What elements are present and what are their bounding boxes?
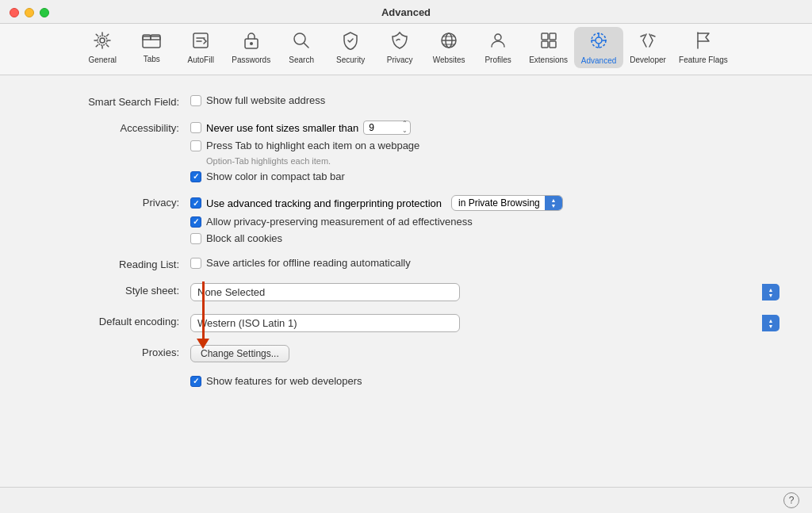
tracking-checkbox[interactable]	[190, 197, 201, 209]
block-cookies-checkbox[interactable]	[190, 233, 201, 244]
privacy-controls: Use advanced tracking and fingerprinting…	[190, 195, 780, 244]
font-size-row: Never use font sizes smaller than 910111…	[190, 121, 780, 135]
toolbar-item-extensions[interactable]: Extensions	[523, 28, 574, 67]
autofill-icon	[191, 31, 210, 53]
developer-icon	[638, 31, 657, 53]
save-articles-row: Save articles for offline reading automa…	[190, 257, 780, 269]
style-sheet-row: Style sheet: None Selected ▲ ▼	[32, 283, 780, 301]
extensions-icon	[539, 31, 558, 53]
svg-line-22	[641, 35, 645, 36]
toolbar-item-websites[interactable]: Websites	[424, 28, 473, 67]
svg-point-15	[495, 34, 501, 40]
toolbar-label-profiles: Profiles	[485, 56, 511, 64]
press-tab-checkbox[interactable]	[190, 140, 201, 151]
tabs-icon	[142, 32, 161, 52]
toolbar-label-search: Search	[289, 56, 314, 64]
toolbar-item-advanced[interactable]: Advanced	[574, 27, 623, 68]
style-sheet-label: Style sheet:	[32, 283, 190, 297]
advanced-icon	[588, 30, 609, 54]
accessibility-controls: Never use font sizes smaller than 910111…	[190, 121, 780, 182]
toolbar-label-extensions: Extensions	[529, 56, 568, 64]
toolbar-label-passwords: Passwords	[232, 56, 270, 64]
toolbar-label-security: Security	[336, 56, 365, 64]
toolbar-item-autofill[interactable]: AutoFill	[176, 28, 225, 67]
toolbar-item-feature-flags[interactable]: Feature Flags	[672, 28, 734, 67]
tracking-dropdown[interactable]: in Private BrowsingAlwaysNever	[451, 195, 563, 211]
show-color-checkbox[interactable]	[190, 171, 201, 182]
passwords-icon	[243, 31, 260, 53]
accessibility-label: Accessibility:	[32, 121, 190, 134]
reading-list-controls: Save articles for offline reading automa…	[190, 257, 780, 269]
svg-rect-19	[550, 41, 556, 48]
toolbar-item-passwords[interactable]: Passwords	[225, 28, 277, 67]
block-cookies-label: Block all cookies	[206, 232, 282, 244]
svg-line-9	[304, 44, 309, 48]
proxies-controls: Change Settings...	[190, 345, 780, 362]
privacy-icon	[391, 31, 408, 53]
toolbar-label-developer: Developer	[630, 56, 666, 64]
accessibility-row: Accessibility: Never use font sizes smal…	[32, 121, 780, 182]
toolbar-item-tabs[interactable]: Tabs	[127, 29, 176, 67]
content-area: Smart Search Field: Show full website ad…	[0, 75, 812, 487]
block-cookies-row: Block all cookies	[190, 232, 780, 244]
toolbar-item-security[interactable]: Security	[326, 28, 375, 67]
show-features-row: Show features for web developers	[190, 375, 780, 387]
allow-privacy-checkbox[interactable]	[190, 216, 201, 228]
security-icon	[342, 31, 359, 53]
toolbar-item-search[interactable]: Search	[277, 28, 326, 67]
default-encoding-select[interactable]: Western (ISO Latin 1)Unicode (UTF-8)	[190, 314, 460, 332]
toolbar-item-general[interactable]: General	[78, 28, 127, 67]
style-sheet-controls: None Selected ▲ ▼	[190, 283, 780, 301]
font-size-stepper[interactable]: 910111214161824	[363, 121, 411, 135]
font-size-select[interactable]: 910111214161824	[363, 121, 411, 135]
show-full-address-checkbox[interactable]	[190, 95, 201, 106]
show-features-checkbox[interactable]	[190, 376, 201, 387]
svg-rect-16	[542, 33, 548, 40]
toolbar-label-general: General	[88, 56, 117, 64]
privacy-label: Privacy:	[32, 195, 190, 209]
general-icon	[93, 31, 112, 53]
smart-search-row: Smart Search Field: Show full website ad…	[32, 94, 780, 108]
toolbar-item-developer[interactable]: Developer	[623, 28, 672, 67]
save-articles-checkbox[interactable]	[190, 258, 201, 269]
search-icon	[292, 31, 311, 53]
developer-features-label	[32, 375, 190, 377]
show-full-address-label: Show full website address	[206, 94, 325, 106]
svg-point-8	[294, 33, 305, 44]
toolbar-item-privacy[interactable]: Privacy	[375, 28, 424, 67]
style-sheet-select[interactable]: None Selected	[190, 283, 460, 301]
svg-rect-2	[143, 36, 160, 48]
style-sheet-select-wrapper: None Selected ▲ ▼	[190, 283, 780, 301]
toolbar-label-feature-flags: Feature Flags	[679, 56, 728, 64]
svg-rect-18	[542, 41, 548, 48]
default-encoding-label: Default encoding:	[32, 314, 190, 327]
default-encoding-row: Default encoding: Western (ISO Latin 1)U…	[32, 314, 780, 332]
proxies-btn-wrapper: Change Settings...	[190, 345, 780, 362]
proxies-row: Proxies: Change Settings...	[32, 345, 780, 362]
svg-line-23	[651, 35, 655, 36]
default-encoding-controls: Western (ISO Latin 1)Unicode (UTF-8) ▲ ▼	[190, 314, 780, 332]
proxies-label: Proxies:	[32, 345, 190, 358]
never-font-label: Never use font sizes smaller than	[206, 122, 358, 134]
svg-point-1	[98, 36, 107, 45]
websites-icon	[439, 31, 458, 53]
toolbar-item-profiles[interactable]: Profiles	[473, 28, 523, 67]
help-button[interactable]: ?	[783, 492, 799, 508]
never-font-checkbox[interactable]	[190, 122, 201, 133]
option-tab-hint: Option-Tab highlights each item.	[206, 156, 780, 166]
feature-flags-icon	[695, 31, 712, 53]
arrow-line	[202, 281, 205, 339]
svg-point-20	[596, 37, 602, 44]
minimize-button[interactable]	[25, 8, 34, 17]
style-sheet-stepper: ▲ ▼	[762, 284, 779, 301]
reading-list-label: Reading List:	[32, 257, 190, 270]
close-button[interactable]	[10, 8, 19, 17]
profiles-icon	[488, 31, 508, 53]
bottom-bar: ?	[0, 487, 812, 513]
tracking-label: Use advanced tracking and fingerprinting…	[206, 197, 442, 209]
title-bar: Advanced	[0, 0, 812, 24]
arrow-head	[197, 339, 209, 349]
arrow-indicator	[197, 281, 209, 349]
maximize-button[interactable]	[40, 8, 49, 17]
traffic-lights	[10, 8, 49, 17]
